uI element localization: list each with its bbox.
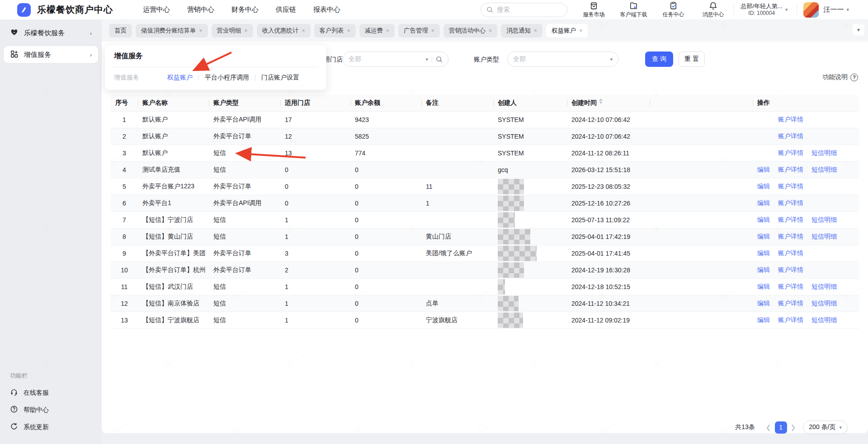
column-label: 账户余额 <box>355 99 380 106</box>
tab-0[interactable]: 首页 <box>109 24 132 37</box>
search-icon <box>486 6 493 13</box>
edit-link[interactable]: 编辑 <box>757 233 770 240</box>
tab-6[interactable]: 广告管理× <box>398 24 440 37</box>
sms-detail-link[interactable]: 短信明细 <box>811 299 837 307</box>
chevron-down-icon: ▾ <box>425 56 428 62</box>
client-download-button[interactable]: 客户端下载 <box>619 1 648 19</box>
page-size-value: 200 条/页 <box>809 423 835 431</box>
sidebar-item-restaurant-services[interactable]: 乐檬餐饮服务 › <box>4 24 98 42</box>
account-detail-link[interactable]: 账户详情 <box>778 149 803 156</box>
page-number-button[interactable]: 1 <box>775 421 787 434</box>
account-detail-link[interactable]: 账户详情 <box>778 116 803 123</box>
edit-link[interactable]: 编辑 <box>757 249 770 257</box>
account-detail-link[interactable]: 账户详情 <box>778 283 803 290</box>
edit-link[interactable]: 编辑 <box>757 182 770 190</box>
close-icon[interactable]: × <box>302 28 305 34</box>
edit-link[interactable]: 编辑 <box>757 216 770 223</box>
user-name[interactable]: 汪一一 <box>823 5 844 14</box>
task-center-button[interactable]: 任务中心 <box>659 1 688 19</box>
page-size-select[interactable]: 200 条/页 ▾ <box>803 421 848 434</box>
cell-creator <box>493 278 567 295</box>
account-detail-link[interactable]: 账户详情 <box>778 299 803 307</box>
tab-1[interactable]: 储值消费分账结算单× <box>136 24 208 37</box>
sms-detail-link[interactable]: 短信明细 <box>811 216 837 223</box>
tab-3[interactable]: 收入优惠统计× <box>257 24 311 37</box>
edit-link[interactable]: 编辑 <box>757 283 770 290</box>
tab-label: 营销活动中心 <box>449 27 486 35</box>
prev-page-button[interactable]: ❮ <box>766 424 771 431</box>
cell-operations: 编辑账户详情短信明细 <box>753 211 859 228</box>
edit-link[interactable]: 编辑 <box>757 166 770 173</box>
global-search-input[interactable]: 搜索 <box>481 3 567 17</box>
help-center-button[interactable]: 帮助中心 <box>0 402 102 419</box>
edit-link[interactable]: 编辑 <box>757 316 770 323</box>
account-detail-link[interactable]: 账户详情 <box>778 199 803 206</box>
edit-link[interactable]: 编辑 <box>757 199 770 206</box>
edit-link[interactable]: 编辑 <box>757 266 770 273</box>
account-detail-link[interactable]: 账户详情 <box>778 216 803 223</box>
next-page-button[interactable]: ❯ <box>791 424 796 431</box>
market-button[interactable]: 服务市场 <box>579 1 608 19</box>
sms-detail-link[interactable]: 短信明细 <box>811 316 837 323</box>
tab-8[interactable]: 消息通知× <box>501 24 542 37</box>
sms-detail-link[interactable]: 短信明细 <box>811 166 837 173</box>
tab-5[interactable]: 减运费× <box>359 24 395 37</box>
tab-label: 权益账户 <box>552 27 576 35</box>
sms-detail-link[interactable]: 短信明细 <box>811 233 837 240</box>
account-detail-link[interactable]: 账户详情 <box>778 233 803 240</box>
message-center-button[interactable]: 消息中心 <box>698 1 727 19</box>
close-icon[interactable]: × <box>245 28 248 34</box>
account-detail-link[interactable]: 账户详情 <box>778 316 803 323</box>
reset-button[interactable]: 重置 <box>679 51 705 67</box>
account-detail-link[interactable]: 账户详情 <box>778 249 803 257</box>
table-row: 4测试单店充值短信00gcq2026-03-12 15:51:18编辑账户详情短… <box>111 161 859 178</box>
tab-9[interactable]: 权益账户× <box>546 24 588 37</box>
account-detail-link[interactable]: 账户详情 <box>778 132 803 140</box>
account-detail-link[interactable]: 账户详情 <box>778 266 803 273</box>
sms-detail-link[interactable]: 短信明细 <box>811 283 837 290</box>
account-type-select[interactable]: 全部 ▾ <box>507 51 618 67</box>
top-nav-item-4[interactable]: 报表中心 <box>313 5 340 14</box>
account-detail-link[interactable]: 账户详情 <box>778 166 803 173</box>
cell-created-time: 2024-11-12 09:02:19 <box>567 312 650 328</box>
account-detail-link[interactable]: 账户详情 <box>778 182 803 190</box>
close-icon[interactable]: × <box>199 28 203 34</box>
cell-account-name: 外卖平台1 <box>138 195 209 211</box>
top-nav-item-0[interactable]: 运营中心 <box>143 5 170 14</box>
cell-stores: 12 <box>280 128 350 145</box>
popover-item-1[interactable]: 平台小程序调用 <box>205 74 249 82</box>
app-logo-icon[interactable] <box>17 3 31 17</box>
blurred-creator <box>498 279 505 294</box>
cell-balance: 0 <box>350 211 421 228</box>
close-icon[interactable]: × <box>534 28 537 34</box>
blurred-creator <box>498 196 524 211</box>
tab-4[interactable]: 客户列表× <box>314 24 356 37</box>
online-support-button[interactable]: 在线客服 <box>0 384 102 402</box>
close-icon[interactable]: × <box>431 28 434 34</box>
top-nav-item-2[interactable]: 财务中心 <box>231 5 259 14</box>
sort-icon[interactable] <box>599 98 603 104</box>
close-icon[interactable]: × <box>579 28 582 34</box>
edit-link[interactable]: 编辑 <box>757 299 770 307</box>
tab-collapse-button[interactable]: ▾ <box>853 24 864 36</box>
query-button[interactable]: 查询 <box>645 51 673 67</box>
org-selector[interactable]: 总部/年轻人第... ID: 100004 <box>741 3 782 17</box>
sidebar-item-value-added-services[interactable]: 增值服务 › <box>4 46 98 63</box>
top-nav-item-1[interactable]: 营销中心 <box>187 5 214 14</box>
sms-detail-link[interactable]: 短信明细 <box>811 149 837 156</box>
close-icon[interactable]: × <box>347 28 350 34</box>
close-icon[interactable]: × <box>386 28 389 34</box>
tab-2[interactable]: 营业明细× <box>212 24 253 37</box>
system-update-button[interactable]: 系统更新 <box>0 419 102 436</box>
close-icon[interactable]: × <box>489 28 492 34</box>
popover-item-2[interactable]: 门店账户设置 <box>261 74 299 82</box>
search-icon[interactable] <box>436 56 443 63</box>
feature-help-link[interactable]: 功能说明 ? <box>822 73 858 81</box>
top-nav-item-3[interactable]: 供应链 <box>276 5 296 14</box>
store-filter-select[interactable]: 全部 ▾ <box>343 51 448 67</box>
column-header-7[interactable]: 创建时间 <box>567 95 650 111</box>
tab-7[interactable]: 营销活动中心× <box>443 24 497 37</box>
cell-operations: 编辑账户详情 <box>753 128 859 145</box>
popover-item-0[interactable]: 权益账户 <box>167 74 193 82</box>
avatar[interactable] <box>803 2 819 18</box>
